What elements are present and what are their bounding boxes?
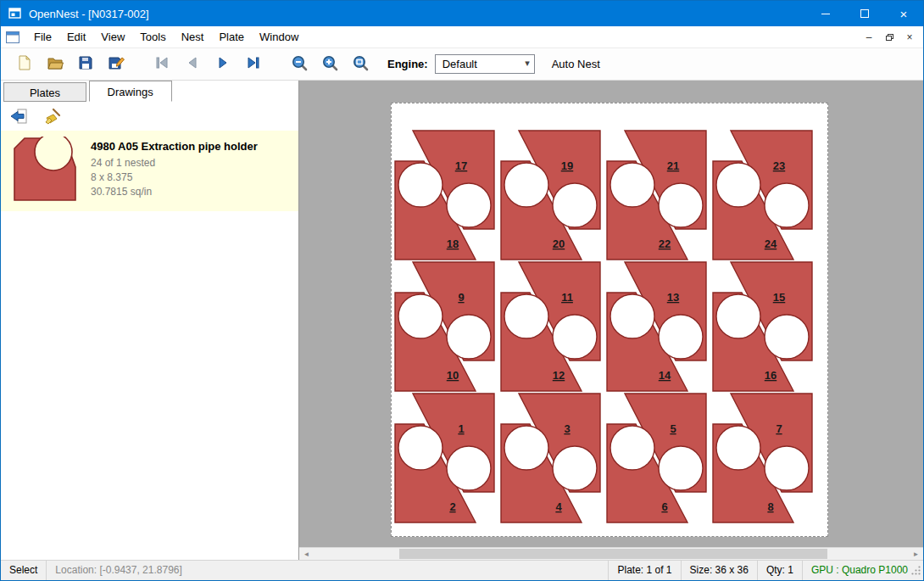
part-notch (447, 315, 491, 359)
part-number-label: 1 (458, 422, 464, 435)
drawings-panel: 4980 A05 Extraction pipe holder 24 of 1 … (1, 101, 298, 560)
part-number-label: 20 (553, 237, 565, 250)
part-number-label: 13 (667, 291, 679, 304)
menu-window[interactable]: Window (252, 26, 306, 48)
part-notch (716, 163, 760, 207)
zoom-out-button[interactable] (284, 51, 314, 78)
menu-view[interactable]: View (93, 26, 132, 48)
part-notch (610, 426, 654, 470)
plate-sheet[interactable]: 171819202122232491011121314151612345678 (391, 103, 828, 537)
nested-pair-13-14[interactable]: 1314 (607, 262, 706, 391)
panel-tabstrip: Plates Drawings (1, 81, 298, 102)
previous-plate-button[interactable] (177, 51, 208, 78)
mdi-restore-button[interactable] (881, 29, 898, 46)
zoom-fit-button[interactable] (345, 51, 376, 78)
next-plate-button[interactable] (208, 51, 238, 78)
part-number-label: 21 (667, 159, 679, 172)
part-number-label: 6 (661, 500, 667, 513)
nested-pair-15-16[interactable]: 1516 (713, 262, 812, 391)
part-number-label: 22 (659, 237, 671, 250)
nested-pair-21-22[interactable]: 2122 (607, 131, 706, 260)
previous-arrow-icon (184, 54, 201, 74)
part-number-label: 15 (773, 291, 785, 304)
engine-label: Engine: (387, 58, 428, 70)
drawing-nested-count: 24 of 1 nested (91, 156, 258, 170)
chevron-down-icon: ▾ (525, 58, 530, 69)
part-number-label: 8 (767, 500, 773, 513)
nested-pair-11-12[interactable]: 1112 (501, 262, 600, 391)
menu-edit[interactable]: Edit (59, 26, 93, 48)
engine-select[interactable]: Default ▾ (435, 54, 535, 74)
drawing-list-item[interactable]: 4980 A05 Extraction pipe holder 24 of 1 … (1, 131, 298, 211)
document-window-icon[interactable] (6, 31, 19, 43)
part-number-label: 19 (561, 159, 573, 172)
tab-plates[interactable]: Plates (3, 82, 86, 102)
scrollbar-thumb[interactable] (399, 549, 827, 559)
nested-pair-3-4[interactable]: 34 (501, 394, 600, 522)
tab-drawings[interactable]: Drawings (89, 81, 172, 102)
part-number-label: 17 (455, 159, 467, 172)
broom-icon (43, 108, 62, 125)
part-number-label: 5 (670, 422, 676, 435)
import-drawing-button[interactable] (6, 104, 31, 128)
maximize-button[interactable] (845, 1, 884, 26)
first-plate-button[interactable] (147, 51, 177, 78)
horizontal-scrollbar[interactable]: ◄ ► (299, 547, 923, 560)
status-bar: Select Location: [-0.9437, 21.8796] Plat… (1, 560, 923, 580)
scroll-right-icon[interactable]: ► (909, 548, 923, 560)
nested-pair-17-18[interactable]: 1718 (395, 131, 494, 260)
app-window: OpenNest - [N0317-002] × File Edit View … (0, 0, 924, 581)
mdi-close-button[interactable]: × (901, 29, 918, 46)
clear-drawings-button[interactable] (40, 104, 65, 128)
zoom-in-button[interactable] (314, 51, 345, 78)
menu-plate[interactable]: Plate (211, 26, 252, 48)
quantity-status: Qty: 1 (757, 561, 802, 581)
app-icon (8, 7, 22, 20)
new-button[interactable] (9, 51, 40, 78)
mode-status: Select (1, 561, 46, 581)
nested-pair-1-2[interactable]: 12 (395, 394, 494, 522)
save-button[interactable] (70, 51, 101, 78)
close-button[interactable]: × (884, 1, 923, 26)
save-edit-icon (108, 54, 125, 74)
part-notch (504, 426, 548, 470)
menu-tools[interactable]: Tools (132, 26, 173, 48)
main-toolbar: Engine: Default ▾ Auto Nest (1, 48, 923, 81)
part-notch (398, 426, 443, 470)
open-button[interactable] (40, 51, 70, 78)
nested-pair-19-20[interactable]: 1920 (501, 131, 600, 260)
menu-file[interactable]: File (26, 26, 59, 48)
scroll-left-icon[interactable]: ◄ (299, 548, 314, 560)
menu-nest[interactable]: Nest (174, 26, 212, 48)
last-plate-button[interactable] (238, 51, 269, 78)
part-notch (553, 315, 597, 359)
part-notch (398, 294, 443, 338)
zoom-in-icon (321, 54, 338, 74)
mdi-minimize-button[interactable]: – (860, 29, 877, 46)
zoom-out-icon (291, 54, 308, 74)
nest-canvas[interactable]: 171819202122232491011121314151612345678 … (299, 81, 923, 560)
nested-pair-23-24[interactable]: 2324 (713, 131, 812, 260)
part-number-label: 4 (555, 500, 562, 513)
left-panel: Plates Drawings (1, 81, 299, 560)
nested-pair-9-10[interactable]: 910 (395, 262, 494, 391)
drawing-title: 4980 A05 Extraction pipe holder (91, 140, 258, 153)
import-arrow-icon (9, 108, 28, 125)
drawings-toolbar (1, 102, 298, 131)
part-notch (659, 315, 703, 359)
minimize-button[interactable] (806, 1, 845, 26)
part-notch (447, 446, 491, 490)
plate-count-status: Plate: 1 of 1 (608, 561, 680, 581)
part-notch (765, 315, 809, 359)
auto-nest-button[interactable]: Auto Nest (547, 54, 605, 74)
next-arrow-icon (214, 54, 231, 74)
nested-pair-7-8[interactable]: 78 (713, 394, 812, 522)
window-title: OpenNest - [N0317-002] (29, 8, 149, 20)
part-notch (765, 446, 809, 490)
part-number-label: 12 (553, 369, 565, 382)
save-as-button[interactable] (101, 51, 131, 78)
drawing-area: 30.7815 sq/in (91, 185, 258, 199)
resize-grip[interactable] (910, 565, 921, 578)
nested-pair-5-6[interactable]: 56 (607, 394, 706, 522)
plate-size-status: Size: 36 x 36 (681, 561, 757, 581)
